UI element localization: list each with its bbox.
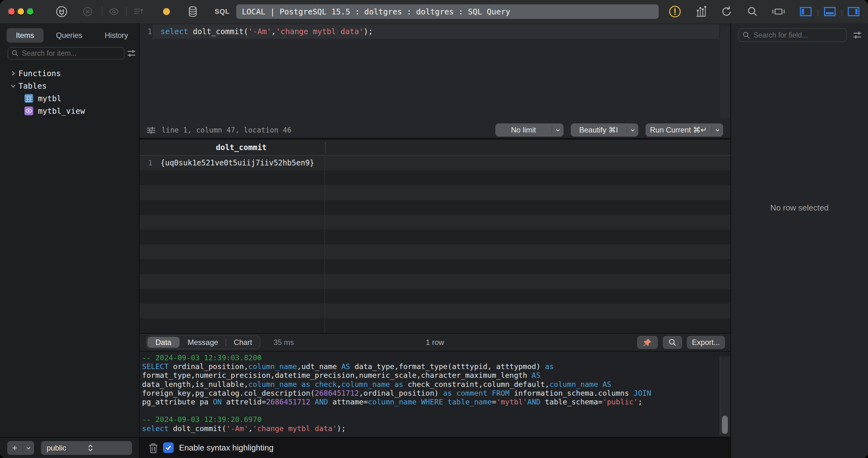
row-number [140, 245, 157, 259]
table-row[interactable] [140, 185, 730, 200]
cell-dolt-commit[interactable] [157, 304, 325, 318]
cell-empty[interactable] [325, 304, 730, 318]
cell-empty[interactable] [325, 274, 730, 289]
cell-empty[interactable] [325, 245, 730, 259]
cell-empty[interactable] [325, 259, 730, 274]
chart-icon[interactable] [691, 0, 710, 23]
cell-dolt-commit[interactable] [157, 245, 325, 259]
tree-group-tables[interactable]: Tables [0, 80, 138, 92]
cell-empty[interactable] [325, 230, 730, 245]
cell-empty[interactable] [325, 289, 730, 304]
cell-empty[interactable] [325, 200, 730, 215]
cell-dolt-commit[interactable] [157, 170, 325, 185]
connection-icon[interactable] [52, 0, 71, 23]
warning-icon[interactable] [665, 0, 684, 23]
search-icon[interactable] [743, 0, 762, 23]
search-results-button[interactable] [663, 336, 682, 349]
pin-result-button[interactable] [637, 336, 658, 349]
limit-button-label: No limit [495, 125, 552, 134]
field-search-input[interactable] [753, 31, 846, 40]
chevron-down-icon [627, 127, 638, 133]
table-row[interactable] [140, 289, 730, 304]
table-row[interactable] [140, 318, 730, 333]
table-row[interactable] [140, 245, 730, 259]
log-scrollbar-thumb[interactable] [722, 416, 728, 434]
cell-empty[interactable] [325, 156, 730, 170]
cell-dolt-commit[interactable] [157, 318, 325, 333]
run-current-button[interactable]: Run Current ⌘↵ [646, 123, 723, 137]
stop-icon[interactable] [78, 0, 97, 23]
tree-group-label: Tables [19, 82, 46, 90]
table-row[interactable] [140, 230, 730, 245]
table-row[interactable] [140, 304, 730, 318]
cell-empty[interactable] [325, 170, 730, 185]
export-button[interactable]: Export... [687, 336, 725, 349]
item-search-input[interactable] [21, 49, 124, 58]
window-zoom-button[interactable] [27, 8, 34, 16]
cell-dolt-commit[interactable] [157, 230, 325, 245]
toggle-right-panel-icon[interactable] [844, 0, 863, 23]
cell-dolt-commit[interactable] [157, 289, 325, 304]
cell-dolt-commit[interactable] [157, 185, 325, 200]
tree-item-mytbl[interactable]: mytbl [0, 92, 138, 105]
tree-item-mytbl-view[interactable]: mytbl_view [0, 105, 138, 117]
enable-syntax-checkbox[interactable] [163, 442, 174, 453]
tab-bar-toggle-icon[interactable] [769, 0, 788, 23]
add-item-button[interactable]: + [7, 441, 34, 455]
table-row[interactable] [140, 259, 730, 274]
tab-queries[interactable]: Queries [52, 28, 86, 42]
table-row[interactable] [140, 215, 730, 230]
tab-history[interactable]: History [101, 28, 132, 42]
table-row[interactable]: 1{uq0suk1e521ve0t5uiij7iiv52hb5en9} [140, 156, 730, 170]
chevron-down-icon [552, 127, 563, 133]
filter-icon[interactable] [850, 29, 864, 41]
beautify-button[interactable]: Beautify ⌘I [571, 123, 638, 137]
editor-scrollbar-track[interactable] [720, 26, 730, 118]
filter-icon[interactable] [125, 47, 138, 59]
chevron-down-icon[interactable] [10, 83, 19, 89]
beautify-button-label: Beautify ⌘I [571, 125, 626, 134]
sql-editor[interactable]: 1 select dolt_commit('-Am','change mytbl… [140, 23, 730, 122]
status-dot [157, 0, 176, 23]
cell-dolt-commit[interactable] [157, 215, 325, 230]
editor-code[interactable]: select dolt_commit('-Am','change mytbl d… [160, 24, 708, 39]
row-number [140, 289, 157, 304]
column-header-dolt-commit[interactable]: dolt_commit [157, 140, 325, 155]
window-minimize-button[interactable] [17, 8, 25, 16]
cell-empty[interactable] [325, 215, 730, 230]
cell-empty[interactable] [325, 185, 730, 200]
toolbar-separator [817, 9, 818, 16]
window-close-button[interactable] [8, 8, 16, 16]
toggle-bottom-panel-icon[interactable] [820, 0, 839, 23]
log-scrollbar-track[interactable] [720, 356, 730, 436]
cell-empty[interactable] [325, 318, 730, 333]
connection-title[interactable]: LOCAL | PostgreSQL 15.5 : doltgres : dol… [236, 4, 659, 19]
table-row[interactable] [140, 170, 730, 185]
cell-dolt-commit[interactable] [157, 200, 325, 215]
table-row[interactable] [140, 200, 730, 215]
field-search-box[interactable] [739, 28, 847, 42]
search-icon [11, 50, 19, 57]
editor-statusbar: line 1, column 47, location 46 No limit … [140, 122, 730, 138]
schema-select[interactable]: public [41, 441, 132, 455]
limit-button[interactable]: No limit [495, 123, 563, 137]
preview-eye-icon[interactable] [104, 0, 123, 23]
database-icon[interactable] [183, 0, 202, 23]
commit-list-icon[interactable] [129, 0, 148, 23]
chevron-right-icon[interactable] [10, 70, 19, 76]
cell-dolt-commit[interactable]: {uq0suk1e521ve0t5uiij7iiv52hb5en9} [157, 156, 325, 170]
trash-icon[interactable] [147, 441, 160, 455]
column-divider[interactable] [325, 142, 326, 153]
tree-group-functions[interactable]: Functions [0, 67, 138, 80]
query-log[interactable]: -- 2024-09-03 12:39:03.8200SELECT ordina… [140, 351, 730, 437]
toggle-left-panel-icon[interactable] [796, 0, 815, 23]
cell-dolt-commit[interactable] [157, 259, 325, 274]
enable-syntax-label[interactable]: Enable syntax highlighting [179, 438, 274, 458]
sliders-icon[interactable] [146, 125, 156, 136]
item-search-box[interactable] [7, 47, 125, 59]
refresh-icon[interactable] [717, 0, 736, 23]
tab-items[interactable]: Items [7, 28, 43, 42]
cell-dolt-commit[interactable] [157, 274, 325, 289]
table-row[interactable] [140, 274, 730, 289]
plus-icon: + [7, 441, 22, 455]
